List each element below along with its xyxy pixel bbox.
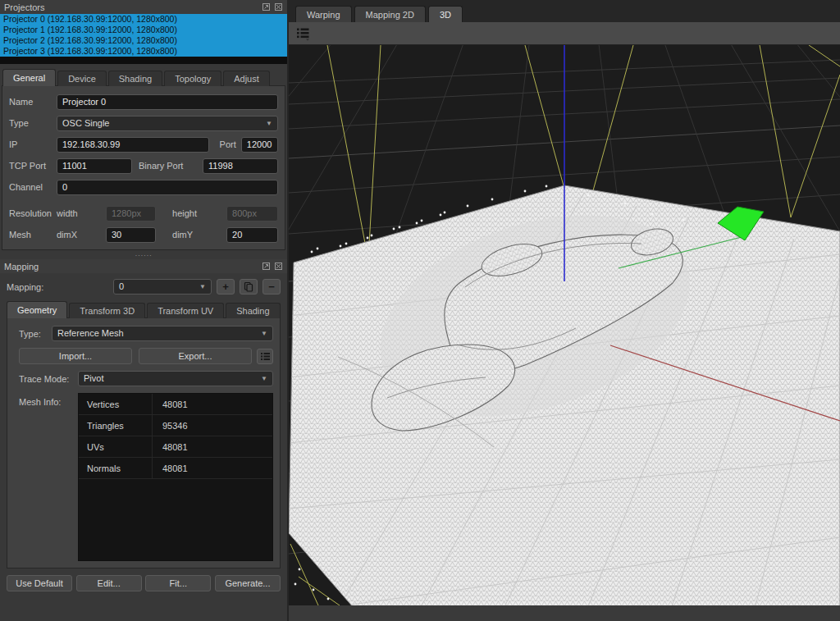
projector-list: Projector 0 (192.168.30.99:12000, 1280x8…: [0, 14, 287, 64]
resolution-label: Resolution: [9, 208, 57, 218]
type-select[interactable]: OSC Single ▼: [57, 116, 278, 131]
trace-mode-label: Trace Mode:: [19, 374, 78, 384]
mapping-tabbar: Geometry Transform 3D Transform UV Shadi…: [0, 301, 287, 318]
tab-geometry[interactable]: Geometry: [7, 301, 67, 318]
table-row: Normals 48081: [79, 458, 272, 479]
tcp-port-label: TCP Port: [9, 161, 57, 171]
table-row: UVs 48081: [79, 436, 272, 458]
general-tab-content: Name Projector 0 Type OSC Single ▼ IP 19…: [2, 85, 285, 250]
chevron-down-icon: ▼: [261, 372, 267, 386]
fit-button[interactable]: Fit...: [145, 575, 211, 591]
binary-port-input[interactable]: 11998: [203, 158, 278, 174]
tab-topology[interactable]: Topology: [164, 71, 221, 86]
projectors-panel-title: Projectors: [4, 2, 45, 12]
dimx-label: dimX: [57, 230, 106, 240]
add-mapping-button[interactable]: +: [217, 279, 235, 295]
projector-list-item[interactable]: Projector 0 (192.168.30.99:12000, 1280x8…: [0, 14, 287, 25]
import-button[interactable]: Import...: [19, 348, 132, 364]
copy-icon: [244, 281, 253, 292]
viewport-panel: Warping Mapping 2D 3D: [289, 0, 840, 621]
table-row: Vertices 48081: [79, 394, 272, 415]
tab-general[interactable]: General: [2, 69, 56, 86]
tab-shading[interactable]: Shading: [108, 71, 162, 86]
view-options-menu-icon[interactable]: [296, 26, 311, 41]
type-label: Type: [9, 118, 57, 128]
export-button[interactable]: Export...: [139, 348, 252, 364]
tab-transform-3d[interactable]: Transform 3D: [69, 303, 145, 318]
height-label: height: [156, 208, 226, 218]
mapping-selector[interactable]: 0 ▼: [113, 279, 212, 295]
tab-shading-map[interactable]: Shading: [226, 303, 280, 318]
3d-canvas[interactable]: [289, 45, 840, 605]
mesh-info-table: Vertices 48081 Triangles 95346 UVs 48081…: [78, 393, 273, 561]
port-input[interactable]: 12000: [241, 137, 278, 153]
projector-list-item[interactable]: Projector 3 (192.168.30.99:12000, 1280x8…: [0, 46, 287, 57]
left-panel: Projectors Projector 0 (192.168.30.99:12…: [0, 0, 287, 621]
ip-label: IP: [9, 139, 57, 149]
float-panel-icon[interactable]: [262, 2, 271, 11]
width-label: width: [57, 208, 106, 218]
dimy-label: dimY: [156, 230, 226, 240]
geometry-type-select[interactable]: Reference Mesh ▼: [52, 326, 273, 341]
tab-device[interactable]: Device: [57, 71, 107, 86]
chevron-down-icon: ▼: [199, 280, 206, 294]
geometry-tab-content: Type: Reference Mesh ▼ Import... Export.…: [7, 317, 281, 568]
trace-mode-select[interactable]: Pivot ▼: [78, 371, 273, 386]
table-row: Triangles 95346: [79, 415, 272, 436]
projector-list-item[interactable]: Projector 1 (192.168.30.99:12000, 1280x8…: [0, 25, 287, 35]
projector-list-item[interactable]: Projector 2 (192.168.30.99:12000, 1280x8…: [0, 35, 287, 46]
mesh-menu-button[interactable]: [257, 349, 273, 364]
tab-transform-uv[interactable]: Transform UV: [147, 303, 224, 318]
channel-input[interactable]: 0: [57, 180, 278, 195]
mesh-info-label: Mesh Info:: [19, 393, 78, 407]
height-input: 800px: [226, 206, 278, 221]
port-label: Port: [209, 139, 241, 149]
tab-mapping-2d[interactable]: Mapping 2D: [354, 6, 426, 22]
remove-mapping-button[interactable]: −: [262, 279, 281, 295]
mapping-selector-label: Mapping:: [7, 282, 113, 292]
tab-warping[interactable]: Warping: [295, 6, 352, 22]
close-panel-icon[interactable]: [274, 262, 283, 271]
name-label: Name: [9, 97, 57, 107]
width-input: 1280px: [106, 206, 156, 221]
dimx-input[interactable]: 30: [106, 227, 156, 243]
tab-adjust[interactable]: Adjust: [223, 71, 270, 86]
projectors-panel-header: Projectors: [0, 0, 287, 14]
projector-tabbar: General Device Shading Topology Adjust: [0, 69, 287, 86]
mapping-panel-title: Mapping: [4, 262, 39, 272]
binary-port-label: Binary Port: [132, 161, 203, 171]
use-default-button[interactable]: Use Default: [7, 575, 72, 591]
panel-splitter-handle[interactable]: ∙∙∙∙∙∙: [0, 250, 287, 259]
geometry-type-label: Type:: [19, 329, 52, 339]
3d-scene: [289, 45, 840, 605]
dimy-input[interactable]: 20: [226, 227, 278, 243]
list-menu-icon: [260, 351, 271, 362]
ip-input[interactable]: 192.168.30.99: [57, 137, 209, 153]
mapping-panel-header: Mapping: [0, 259, 287, 273]
viewport-toolbar: [289, 22, 840, 45]
float-panel-icon[interactable]: [262, 262, 271, 271]
name-input[interactable]: Projector 0: [57, 94, 278, 110]
viewport-tabbar: Warping Mapping 2D 3D: [289, 0, 840, 22]
mesh-label: Mesh: [9, 230, 57, 240]
chevron-down-icon: ▼: [266, 116, 272, 130]
channel-label: Channel: [9, 182, 57, 192]
edit-button[interactable]: Edit...: [76, 575, 142, 591]
tab-3d[interactable]: 3D: [428, 6, 463, 22]
tcp-port-input[interactable]: 11001: [57, 158, 132, 174]
close-panel-icon[interactable]: [274, 2, 283, 11]
duplicate-mapping-button[interactable]: [240, 279, 258, 295]
viewport-bottom-strip: [289, 605, 840, 620]
chevron-down-icon: ▼: [261, 326, 267, 340]
generate-button[interactable]: Generate...: [215, 575, 281, 591]
